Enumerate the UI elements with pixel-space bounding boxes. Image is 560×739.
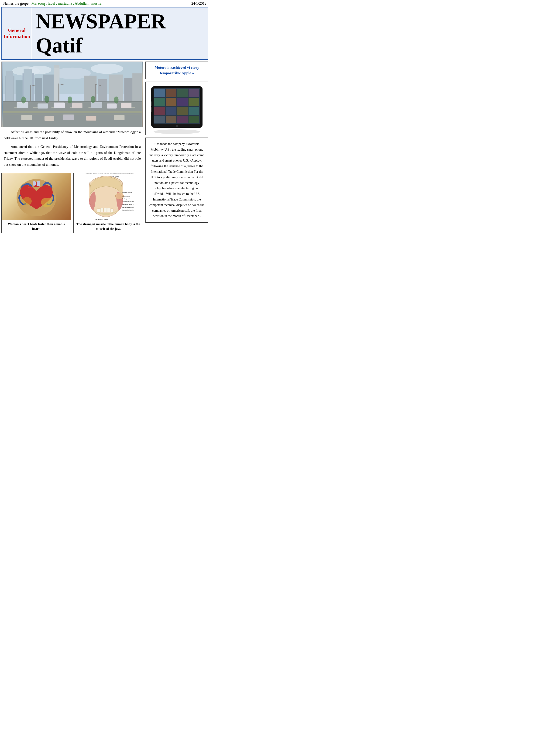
top-bar: Names the grope : Marzooq , fadel , murt… [0,0,210,7]
svg-rect-33 [72,103,82,108]
heart-card: Woman's heart beats faster than a man's … [1,173,71,233]
svg-rect-38 [44,116,54,121]
svg-rect-95 [177,116,188,123]
svg-rect-81 [154,89,165,97]
svg-rect-67 [111,209,113,212]
svg-rect-100 [151,107,152,112]
city-photo [1,61,143,127]
svg-rect-91 [177,107,188,115]
svg-rect-22 [3,114,142,114]
motorola-body-text: Has made the company «Motorola Mobility»… [145,138,208,223]
svg-rect-41 [114,115,125,120]
svg-rect-14 [54,65,59,67]
newspaper-header: General Information NEWSPAPER Qatif [1,7,208,60]
svg-rect-37 [21,115,32,120]
svg-text:Mucous duct: Mucous duct [122,195,130,197]
svg-text:Sublingual salivary gland: Sublingual salivary gland [122,203,134,205]
section-label-text: General Information [3,27,30,40]
svg-rect-56 [33,181,36,185]
svg-rect-94 [166,116,176,123]
svg-rect-57 [37,181,40,186]
bottom-cards-row: Woman's heart beats faster than a man's … [1,173,143,233]
tablet-photo [145,82,208,135]
svg-rect-92 [189,107,199,115]
svg-rect-31 [37,104,48,109]
svg-rect-40 [86,116,97,121]
svg-point-77 [154,129,200,134]
heart-caption: Woman's heart beats faster than a man's … [2,220,70,233]
svg-text:Submandibular salivary gland: Submandibular salivary gland [122,209,134,211]
names-label: Names the grope : [3,1,31,5]
svg-rect-82 [166,89,176,97]
svg-text:Sublingual ducts: Sublingual ducts [122,198,132,199]
svg-text:Copyright © The McGraw-Hill Co: Copyright © The McGraw-Hill Companies, I… [85,173,134,174]
names-value: Marzooq , fadel , murtadha , Abdullah , … [31,1,102,5]
main-content: Affect all areas and the possibility of … [1,61,208,233]
svg-rect-83 [177,89,188,97]
svg-rect-64 [101,208,103,212]
svg-rect-96 [189,116,199,123]
svg-rect-32 [54,103,65,108]
svg-point-43 [21,97,26,104]
svg-rect-36 [121,103,132,108]
svg-point-45 [67,97,72,104]
svg-rect-63 [97,209,100,212]
svg-rect-99 [151,102,152,106]
svg-rect-65 [104,208,107,212]
right-column: Motorola »achieved vi ctory temporarily«… [145,61,208,233]
svg-text:(a) Salivary glands: (a) Salivary glands [96,218,108,220]
newspaper-title: NEWSPAPER Qatif [32,7,208,59]
weather-article: Affect all areas and the possibility of … [1,129,143,170]
weather-para2: Announced that the General Presidency of… [4,144,141,168]
date-display: 24/1/2012 [191,1,206,6]
svg-point-58 [41,198,53,207]
svg-rect-35 [107,104,117,109]
names-line: Names the grope : Marzooq , fadel , murt… [3,1,102,6]
svg-rect-39 [63,115,74,120]
svg-rect-66 [107,208,110,212]
left-column: Affect all areas and the possibility of … [1,61,143,233]
svg-rect-30 [17,102,28,108]
svg-text:Masseter muscle: Masseter muscle [122,192,132,193]
svg-point-46 [90,96,95,103]
jaw-card: Copyright © The McGraw-Hill Companies, I… [73,173,143,233]
svg-rect-84 [189,89,199,97]
svg-point-59 [22,197,32,205]
jaw-illustration: Copyright © The McGraw-Hill Companies, I… [74,173,143,220]
jaw-caption: The strongest muscle inthe human body is… [74,220,143,233]
svg-rect-21 [3,112,142,112]
svg-rect-88 [189,98,199,106]
heart-image-container [2,173,70,220]
svg-point-98 [176,125,178,127]
svg-rect-89 [154,107,165,115]
svg-rect-90 [166,107,176,115]
heart-illustration [2,173,70,220]
motorola-headline-text: Motorola »achieved vi ctory temporarily«… [149,65,205,76]
svg-rect-87 [177,98,188,106]
svg-text:Mandibularmuscle (cut): Mandibularmuscle (cut) [122,206,134,208]
svg-text:Submandibular duct: Submandibular duct [122,201,134,202]
svg-rect-86 [166,98,176,106]
section-label: General Information [2,7,32,59]
svg-point-44 [44,96,49,103]
weather-para1: Affect all areas and the possibility of … [4,129,141,141]
jaw-image-container: Copyright © The McGraw-Hill Companies, I… [74,173,143,220]
svg-point-5 [90,63,123,74]
svg-rect-93 [154,116,165,123]
svg-rect-85 [154,98,165,106]
motorola-headline-box: Motorola »achieved vi ctory temporarily«… [145,61,208,79]
svg-point-47 [114,97,119,104]
